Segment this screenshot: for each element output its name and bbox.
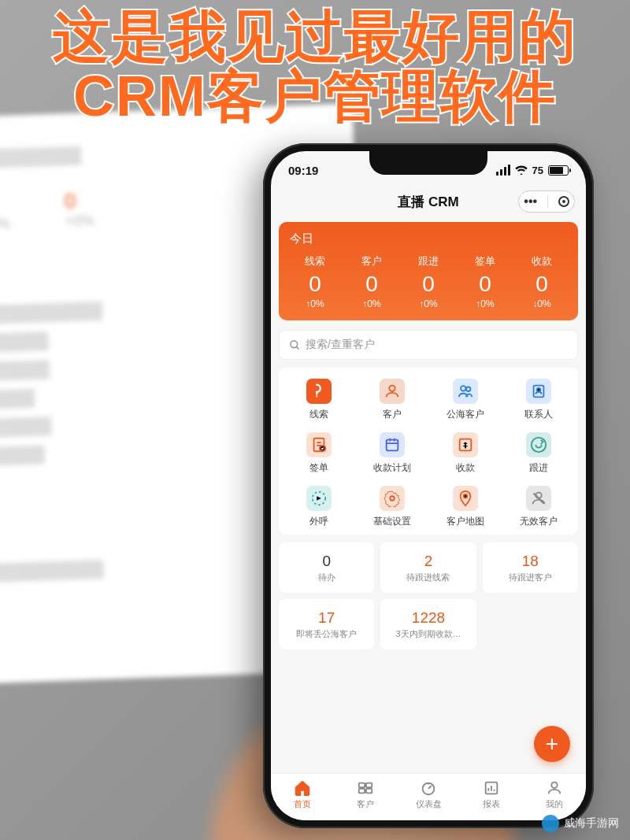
metric-value: 0	[513, 272, 570, 297]
tab-home[interactable]: 首页	[271, 774, 334, 816]
customers-icon	[357, 779, 374, 797]
me-icon	[546, 779, 563, 797]
tab-label: 仪表盘	[416, 798, 442, 810]
tab-label: 首页	[294, 798, 311, 810]
metric-delta: ↑0%	[343, 298, 400, 309]
metric-1[interactable]: 客户 0 ↑0%	[343, 254, 400, 309]
app-leads[interactable]: 线索	[282, 379, 355, 421]
headline-line1: 这是我见过最好用的	[0, 6, 630, 66]
svg-point-3	[461, 386, 465, 390]
metric-delta: ↑0%	[457, 298, 513, 309]
overlay-headline: 这是我见过最好用的 CRM客户管理软件	[0, 6, 630, 127]
tab-customers[interactable]: 客户	[334, 774, 397, 816]
app-title: 直播 CRM	[398, 193, 458, 211]
card-1[interactable]: 2 待跟进线索	[380, 542, 476, 593]
card-value: 2	[424, 553, 433, 570]
card-4[interactable]: 1228 3天内到期收款…	[380, 599, 476, 649]
customers-icon	[380, 379, 405, 404]
notch	[369, 151, 487, 175]
miniprogram-capsule[interactable]: •••	[518, 191, 575, 213]
app-label: 签单	[309, 461, 328, 475]
settings-icon	[380, 486, 405, 511]
cust-map-icon	[453, 486, 478, 511]
app-contracts[interactable]: 签单	[282, 432, 355, 475]
signal-icon	[496, 165, 510, 176]
close-icon[interactable]	[558, 196, 569, 207]
svg-rect-16	[359, 783, 365, 788]
metric-4[interactable]: 收款 0 ↓0%	[513, 254, 570, 309]
home-icon	[294, 779, 311, 797]
search-icon	[289, 339, 301, 351]
watermark-text: 威海手游网	[564, 816, 619, 831]
metric-value: 0	[343, 272, 400, 297]
app-label: 收款计划	[373, 461, 411, 475]
card-3[interactable]: 17 即将丢公海客户	[279, 599, 374, 649]
leads-icon	[306, 379, 332, 404]
watermark: 威海手游网	[542, 815, 619, 832]
metric-label: 收款	[513, 254, 570, 268]
app-settings[interactable]: 基础设置	[355, 486, 428, 528]
card-value: 1228	[412, 609, 445, 627]
svg-rect-9	[386, 440, 398, 451]
fab-add-button[interactable]: +	[534, 726, 570, 762]
phone-frame: 09:19 75 直播 CRM ••• 今日 线索 0	[263, 143, 594, 828]
app-outbound[interactable]: 外呼	[282, 486, 355, 528]
title-bar: 直播 CRM •••	[271, 186, 586, 217]
tab-dashboard[interactable]: 仪表盘	[397, 774, 460, 816]
card-value: 17	[318, 609, 335, 627]
wifi-icon	[515, 165, 528, 175]
metric-3[interactable]: 签单 0 ↑0%	[457, 254, 513, 309]
app-invalid[interactable]: 无效客户	[502, 486, 575, 528]
card-0[interactable]: 0 待办	[279, 542, 374, 593]
phone-screen: 09:19 75 直播 CRM ••• 今日 线索 0	[271, 151, 586, 820]
metric-0[interactable]: 线索 0 ↑0%	[287, 254, 343, 309]
contracts-icon	[306, 432, 332, 457]
metric-delta: ↓0%	[513, 298, 570, 309]
tab-label: 报表	[483, 798, 500, 810]
payment-plan-icon	[380, 432, 405, 457]
app-public-pool[interactable]: 公海客户	[428, 379, 502, 421]
search-input[interactable]: 搜索/查重客户	[279, 330, 578, 360]
svg-rect-19	[366, 789, 372, 794]
svg-point-2	[389, 386, 395, 391]
svg-rect-17	[366, 783, 372, 788]
stat-cards: 0 待办2 待跟进线索18 待跟进客户17 即将丢公海客户1228 3天内到期收…	[279, 542, 578, 649]
svg-point-0	[291, 340, 298, 347]
app-customers[interactable]: 客户	[355, 379, 428, 421]
card-label: 3天内到期收款…	[395, 628, 461, 640]
card-2[interactable]: 18 待跟进客户	[483, 542, 578, 593]
svg-line-1	[296, 346, 298, 349]
tab-label: 客户	[357, 798, 374, 810]
status-time: 09:19	[288, 164, 318, 177]
metric-value: 0	[400, 272, 457, 297]
app-payment-plan[interactable]: 收款计划	[355, 432, 428, 475]
watermark-logo-icon	[542, 815, 559, 832]
metric-2[interactable]: 跟进 0 ↑0%	[400, 254, 457, 309]
reports-icon	[483, 779, 500, 797]
svg-point-13	[463, 494, 467, 498]
metric-value: 0	[287, 272, 343, 297]
svg-point-6	[536, 388, 540, 392]
metric-delta: ↑0%	[287, 298, 343, 309]
contacts-icon	[526, 379, 551, 404]
metric-value: 0	[457, 272, 513, 297]
app-payments[interactable]: 收款	[428, 432, 502, 475]
battery-icon	[548, 165, 569, 176]
tab-reports[interactable]: 报表	[460, 774, 523, 816]
app-label: 客户地图	[447, 515, 484, 528]
headline-line2: CRM客户管理软件	[0, 66, 630, 126]
more-icon[interactable]: •••	[524, 194, 537, 209]
svg-point-12	[390, 496, 395, 501]
app-followups[interactable]: 跟进	[502, 432, 575, 475]
summary-period[interactable]: 今日	[287, 231, 570, 246]
app-label: 收款	[456, 461, 475, 475]
search-placeholder: 搜索/查重客户	[306, 338, 375, 352]
public-pool-icon	[453, 379, 478, 404]
today-summary: 今日 线索 0 ↑0%客户 0 ↑0%跟进 0 ↑0%签单 0 ↑0%收款 0 …	[279, 222, 578, 320]
app-contacts[interactable]: 联系人	[502, 379, 575, 421]
metric-label: 线索	[287, 254, 343, 268]
app-cust-map[interactable]: 客户地图	[428, 486, 502, 528]
tab-me[interactable]: 我的	[523, 774, 586, 816]
app-label: 线索	[309, 408, 328, 421]
app-label: 基础设置	[373, 515, 411, 528]
